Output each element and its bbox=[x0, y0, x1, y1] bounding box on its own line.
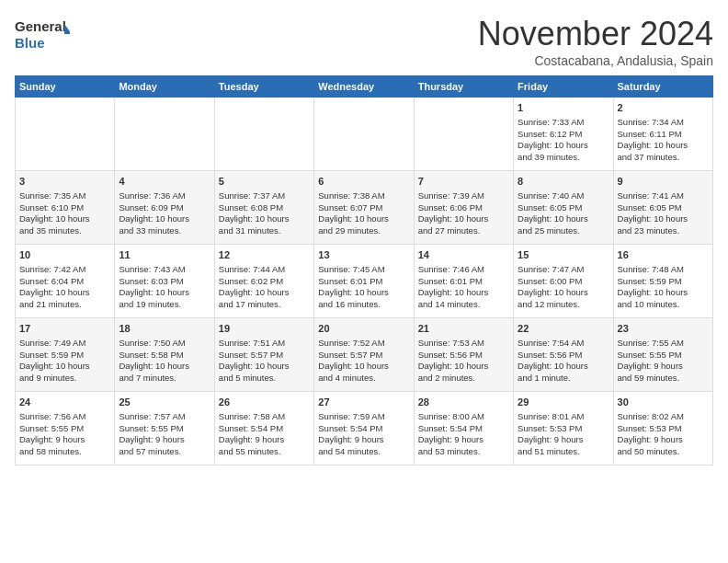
day-info: and 54 minutes. bbox=[318, 446, 409, 458]
calendar-cell bbox=[314, 98, 414, 171]
day-info: and 10 minutes. bbox=[618, 299, 709, 311]
day-info: Sunrise: 7:37 AM bbox=[219, 190, 310, 202]
day-info: Sunset: 6:01 PM bbox=[418, 276, 509, 288]
day-info: Sunrise: 7:48 AM bbox=[618, 264, 709, 276]
day-info: Daylight: 9 hours bbox=[119, 434, 210, 446]
calendar-cell: 11Sunrise: 7:43 AMSunset: 6:03 PMDayligh… bbox=[115, 245, 214, 318]
day-info: Daylight: 10 hours bbox=[518, 213, 609, 225]
calendar-cell: 2Sunrise: 7:34 AMSunset: 6:11 PMDaylight… bbox=[613, 98, 712, 171]
day-number: 16 bbox=[618, 248, 709, 262]
day-info: and 57 minutes. bbox=[119, 446, 210, 458]
day-info: Daylight: 9 hours bbox=[19, 434, 110, 446]
calendar-cell: 30Sunrise: 8:02 AMSunset: 5:53 PMDayligh… bbox=[613, 392, 712, 465]
day-info: and 29 minutes. bbox=[318, 225, 409, 237]
day-number: 17 bbox=[19, 322, 110, 336]
day-info: Daylight: 10 hours bbox=[518, 140, 609, 152]
calendar-cell: 16Sunrise: 7:48 AMSunset: 5:59 PMDayligh… bbox=[613, 245, 712, 318]
day-info: Daylight: 10 hours bbox=[318, 287, 409, 299]
day-info: Daylight: 10 hours bbox=[119, 361, 210, 373]
day-info: Sunrise: 8:02 AM bbox=[618, 411, 709, 423]
day-number: 15 bbox=[518, 248, 609, 262]
calendar-cell: 22Sunrise: 7:54 AMSunset: 5:56 PMDayligh… bbox=[514, 318, 613, 392]
day-info: Sunset: 5:54 PM bbox=[418, 423, 509, 435]
day-info: Sunset: 6:05 PM bbox=[618, 202, 709, 214]
day-info: Sunrise: 7:33 AM bbox=[518, 117, 609, 129]
calendar-cell: 6Sunrise: 7:38 AMSunset: 6:07 PMDaylight… bbox=[314, 171, 414, 245]
page-header: General Blue November 2024 Costacabana, … bbox=[15, 15, 713, 68]
svg-text:Blue: Blue bbox=[15, 35, 45, 51]
calendar-cell: 13Sunrise: 7:45 AMSunset: 6:01 PMDayligh… bbox=[314, 245, 414, 318]
calendar-cell: 7Sunrise: 7:39 AMSunset: 6:06 PMDaylight… bbox=[414, 171, 513, 245]
day-info: Sunrise: 7:42 AM bbox=[19, 264, 110, 276]
day-info: Sunset: 6:02 PM bbox=[219, 276, 310, 288]
day-info: and 14 minutes. bbox=[418, 299, 509, 311]
calendar-cell: 18Sunrise: 7:50 AMSunset: 5:58 PMDayligh… bbox=[115, 318, 214, 392]
day-info: and 23 minutes. bbox=[618, 225, 709, 237]
col-header-friday: Friday bbox=[514, 76, 613, 98]
day-info: Sunset: 5:59 PM bbox=[19, 350, 110, 362]
logo: General Blue bbox=[15, 15, 70, 53]
day-info: Daylight: 10 hours bbox=[219, 213, 310, 225]
day-info: Daylight: 10 hours bbox=[418, 213, 509, 225]
day-info: and 39 minutes. bbox=[518, 152, 609, 164]
day-info: and 4 minutes. bbox=[318, 373, 409, 385]
header-row: SundayMondayTuesdayWednesdayThursdayFrid… bbox=[16, 76, 713, 98]
day-info: Sunset: 6:04 PM bbox=[19, 276, 110, 288]
calendar-cell: 20Sunrise: 7:52 AMSunset: 5:57 PMDayligh… bbox=[314, 318, 414, 392]
calendar-cell: 3Sunrise: 7:35 AMSunset: 6:10 PMDaylight… bbox=[16, 171, 115, 245]
calendar-cell bbox=[16, 98, 115, 171]
day-number: 4 bbox=[119, 175, 210, 189]
calendar-cell: 1Sunrise: 7:33 AMSunset: 6:12 PMDaylight… bbox=[514, 98, 613, 171]
day-info: Sunset: 6:11 PM bbox=[618, 129, 709, 141]
calendar-cell: 15Sunrise: 7:47 AMSunset: 6:00 PMDayligh… bbox=[514, 245, 613, 318]
day-info: and 35 minutes. bbox=[19, 225, 110, 237]
day-info: and 58 minutes. bbox=[19, 446, 110, 458]
title-block: November 2024 Costacabana, Andalusia, Sp… bbox=[478, 15, 713, 68]
day-info: Daylight: 9 hours bbox=[518, 434, 609, 446]
day-number: 18 bbox=[119, 322, 210, 336]
calendar-cell: 19Sunrise: 7:51 AMSunset: 5:57 PMDayligh… bbox=[214, 318, 313, 392]
day-info: Daylight: 10 hours bbox=[119, 213, 210, 225]
day-info: and 55 minutes. bbox=[219, 446, 310, 458]
day-info: Daylight: 10 hours bbox=[518, 287, 609, 299]
day-info: and 16 minutes. bbox=[318, 299, 409, 311]
day-info: and 7 minutes. bbox=[119, 373, 210, 385]
day-number: 19 bbox=[219, 322, 310, 336]
day-number: 7 bbox=[418, 175, 509, 189]
day-info: Sunrise: 7:40 AM bbox=[518, 190, 609, 202]
day-info: and 9 minutes. bbox=[19, 373, 110, 385]
day-info: Sunrise: 8:00 AM bbox=[418, 411, 509, 423]
location: Costacabana, Andalusia, Spain bbox=[478, 53, 713, 68]
week-row-1: 1Sunrise: 7:33 AMSunset: 6:12 PMDaylight… bbox=[16, 98, 713, 171]
day-info: Sunset: 5:55 PM bbox=[119, 423, 210, 435]
calendar-cell: 25Sunrise: 7:57 AMSunset: 5:55 PMDayligh… bbox=[115, 392, 214, 465]
day-info: and 2 minutes. bbox=[418, 373, 509, 385]
day-info: Sunrise: 7:57 AM bbox=[119, 411, 210, 423]
day-info: Sunset: 5:54 PM bbox=[318, 423, 409, 435]
day-info: Sunrise: 7:53 AM bbox=[418, 338, 509, 350]
calendar-cell: 8Sunrise: 7:40 AMSunset: 6:05 PMDaylight… bbox=[514, 171, 613, 245]
day-info: Sunset: 6:10 PM bbox=[19, 202, 110, 214]
day-info: Sunset: 5:53 PM bbox=[618, 423, 709, 435]
day-info: and 59 minutes. bbox=[618, 373, 709, 385]
day-number: 26 bbox=[219, 396, 310, 409]
col-header-wednesday: Wednesday bbox=[314, 76, 414, 98]
day-info: Sunset: 5:57 PM bbox=[219, 350, 310, 362]
day-info: Sunset: 6:06 PM bbox=[418, 202, 509, 214]
day-info: Sunset: 6:12 PM bbox=[518, 129, 609, 141]
calendar-cell: 9Sunrise: 7:41 AMSunset: 6:05 PMDaylight… bbox=[613, 171, 712, 245]
calendar-cell bbox=[115, 98, 214, 171]
day-info: and 27 minutes. bbox=[418, 225, 509, 237]
day-info: and 33 minutes. bbox=[119, 225, 210, 237]
day-info: Sunset: 5:53 PM bbox=[518, 423, 609, 435]
day-number: 1 bbox=[518, 101, 609, 115]
day-number: 6 bbox=[318, 175, 409, 189]
col-header-saturday: Saturday bbox=[613, 76, 712, 98]
day-info: Sunrise: 7:49 AM bbox=[19, 338, 110, 350]
calendar-cell: 23Sunrise: 7:55 AMSunset: 5:55 PMDayligh… bbox=[613, 318, 712, 392]
day-info: Daylight: 10 hours bbox=[318, 361, 409, 373]
col-header-thursday: Thursday bbox=[414, 76, 513, 98]
day-number: 27 bbox=[318, 396, 409, 409]
calendar-cell: 12Sunrise: 7:44 AMSunset: 6:02 PMDayligh… bbox=[214, 245, 313, 318]
day-number: 29 bbox=[518, 396, 609, 409]
